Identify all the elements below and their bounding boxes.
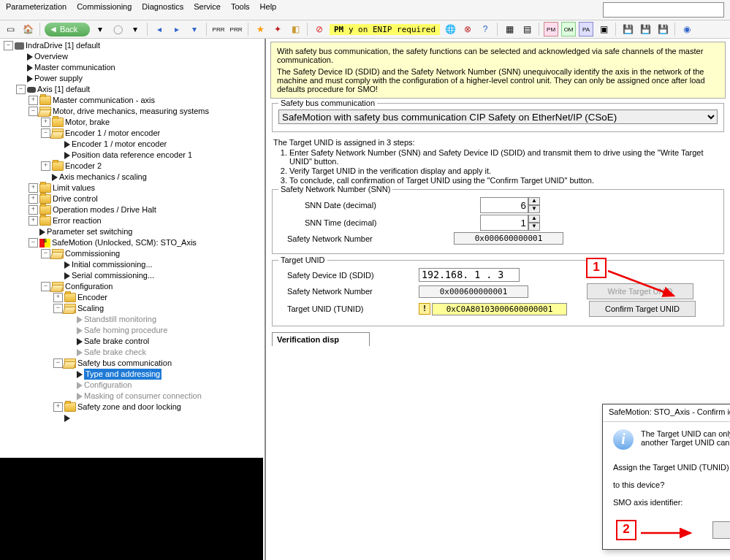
leaf-icon [64,415,70,422]
tool1-icon[interactable]: ✦ [270,22,285,37]
verification-tab[interactable]: Verification disp [272,332,370,346]
chart-icon[interactable]: ▦ [502,22,517,37]
folder-open-icon [52,249,64,258]
globe-q-icon[interactable]: ? [478,22,493,37]
snn-fieldset: Safety Network Number (SNN) SNN Date (de… [272,189,724,254]
leaf-icon [64,152,70,159]
dialog-info-text: The Target UNID can only be assigned onc… [641,429,730,450]
menu-help[interactable]: Help [260,2,277,18]
favorite-icon[interactable]: ★ [253,22,267,37]
folder-icon [39,96,51,105]
snn-date-spinner[interactable]: ▲▼ [480,197,540,213]
leaf-icon [77,316,83,323]
folder-open-icon [39,107,51,116]
help-icon[interactable]: ◉ [680,22,694,37]
spin-up-icon[interactable]: ▲ [528,197,540,205]
menu-parameterization[interactable]: Parameterization [6,2,66,18]
write-tunid-button: Write Target UNID [587,283,693,299]
leaf-icon [77,393,83,400]
search-input[interactable] [603,2,724,18]
folder-open-icon [64,304,76,313]
folder-icon [64,293,76,302]
tunid-fieldset: Target UNID Safety Device ID (SDID) Safe… [272,260,724,326]
leaf-icon [27,75,33,83]
menu-service[interactable]: Service [194,2,221,18]
info-box: With safety bus communication, the safet… [270,42,726,99]
steps-text: The Target UNID is assigned in 3 steps: … [273,138,723,185]
leaf-icon [64,141,70,148]
nav3-icon[interactable]: ▾ [187,22,202,37]
save1-icon[interactable]: 💾 [620,22,635,37]
spin-down-icon[interactable]: ▼ [528,223,540,231]
tunid-value: 0xC0A80103000600000001 [432,303,567,315]
folder-icon [39,183,51,193]
yes-button[interactable]: Yes [712,521,730,539]
blackout-region [0,458,263,560]
tool2-icon[interactable]: ◧ [288,22,303,37]
snn-time-spinner[interactable]: ▲▼ [480,215,540,231]
tree-item-type-addressing[interactable]: Type and addressing [65,369,265,380]
folder-icon [39,194,51,204]
confirm-tunid-button[interactable]: Confirm Target UNID [589,301,696,317]
leaf-icon [64,272,70,280]
leaf-icon [27,53,33,61]
leaf-icon [77,382,83,389]
new-icon[interactable]: ▭ [3,22,18,37]
safety-bus-fieldset: Safety bus communication SafeMotion with… [272,103,724,132]
menu-diagnostics[interactable]: Diagnostics [142,2,183,18]
folder-icon [52,161,64,171]
leaf-icon [77,371,83,378]
spin-up-icon[interactable]: ▲ [528,215,540,223]
save3-icon[interactable]: 💾 [655,22,670,37]
nav2-icon[interactable]: ▸ [170,22,184,37]
callout-2: 2 [616,520,636,540]
sdid-input[interactable] [419,268,520,282]
folder-icon [64,402,76,412]
folder-open-icon [52,129,64,138]
spin-down-icon[interactable]: ▼ [528,205,540,213]
safety-bus-select[interactable]: SafeMotion with safety bus communication… [278,110,718,124]
leaf-icon [64,261,70,269]
menu-tools[interactable]: Tools [231,2,250,18]
folder-open-icon [52,282,64,291]
dialog-title: SafeMotion: STO_Axis - Confirm identific… [609,407,730,418]
content-pane: With safety bus communication, the safet… [266,39,730,560]
arrow-2-icon [639,527,698,542]
om-icon[interactable]: OM [561,22,576,37]
folder-icon [52,118,64,127]
globe1-icon[interactable]: 🌐 [443,22,457,37]
pm-banner: PM y on ENIP required [330,24,440,35]
leaf-icon [52,174,58,181]
snn-value: 0x000600000001 [454,232,563,245]
leaf-icon [77,327,83,334]
pa-icon[interactable]: PA [579,22,593,37]
prr1-icon[interactable]: PRR [211,22,226,37]
callout-1: 1 [586,258,607,278]
forward-icon[interactable]: ◯ [110,22,125,37]
warning-icon: ! [419,303,430,315]
axis-icon [27,87,36,93]
globe-x-icon[interactable]: ⊗ [460,22,475,37]
forward-dropdown-icon[interactable]: ▾ [128,22,142,37]
safety-icon: S [39,239,50,248]
navigation-tree[interactable]: −IndraDrive [1] default Overview Master … [0,39,266,560]
leaf-icon [27,64,33,72]
back-dropdown-icon[interactable]: ▾ [93,22,107,37]
info-icon: i [613,429,634,450]
drive-icon [15,42,24,50]
toolbar: ▭ 🏠 ◄Back ▾ ◯ ▾ ◂ ▸ ▾ PRR PRR ★ ✦ ◧ ⊘ PM… [0,20,730,39]
cancel-icon[interactable]: ⊘ [312,22,327,37]
menu-commissioning[interactable]: Commissioning [77,2,132,18]
folder-icon [39,205,51,215]
leaf-icon [77,349,83,356]
prr2-icon[interactable]: PRR [229,22,243,37]
pm-icon[interactable]: PM [544,22,558,37]
folder-icon [39,216,51,226]
doc-icon[interactable]: ▤ [520,22,534,37]
nav1-icon[interactable]: ◂ [152,22,167,37]
ra-icon[interactable]: ▣ [596,22,611,37]
save2-icon[interactable]: 💾 [638,22,653,37]
back-button[interactable]: ◄Back [45,23,90,37]
home-icon[interactable]: 🏠 [20,22,35,37]
tunid-snn-value: 0x000600000001 [419,285,528,298]
